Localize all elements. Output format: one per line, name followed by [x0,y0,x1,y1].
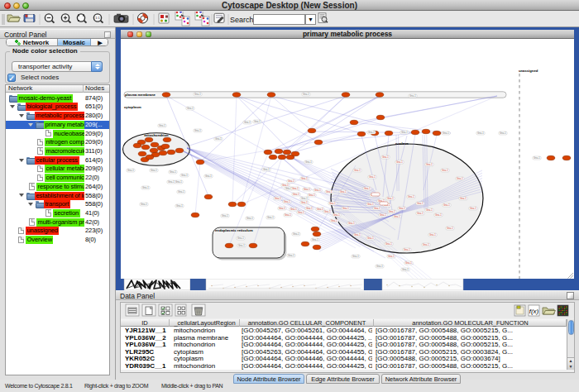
svg-text:Gna-1: Gna-1 [333,213,340,217]
svg-text:f(x): f(x) [529,308,539,315]
svg-text:Gna-1: Gna-1 [151,169,157,172]
svg-text:plasma membrane: plasma membrane [125,93,156,97]
svg-text:mitochondrion: mitochondrion [144,133,169,137]
svg-text:Gna-1: Gna-1 [215,137,222,141]
svg-text:Gna-1: Gna-1 [290,208,297,211]
svg-text:Gna-1: Gna-1 [314,189,321,192]
svg-text:Gna-1: Gna-1 [394,215,400,218]
svg-text:Gna-1: Gna-1 [176,204,183,208]
svg-text:Gna-1: Gna-1 [417,202,423,205]
svg-text:Gna-1: Gna-1 [267,216,274,219]
svg-text:Gna-1: Gna-1 [426,163,433,166]
svg-text:Gna-1: Gna-1 [288,254,294,257]
svg-text:Gna-1: Gna-1 [342,207,349,210]
svg-text:Gna-1: Gna-1 [405,261,412,265]
svg-text:Gna-1: Gna-1 [329,202,336,205]
svg-text:Gna-1: Gna-1 [396,160,403,164]
svg-text:Gna-1: Gna-1 [326,190,333,194]
svg-text:Gna-1: Gna-1 [168,180,175,184]
svg-text:Gna-1: Gna-1 [354,233,361,237]
svg-text:Gna-1: Gna-1 [205,174,212,178]
svg-text:Gna-1: Gna-1 [304,188,310,191]
svg-text:Gna-1: Gna-1 [175,180,182,184]
svg-text:Gna-1: Gna-1 [401,131,408,134]
svg-text:Gna-1: Gna-1 [389,210,395,213]
svg-text:Gna-1: Gna-1 [385,242,392,246]
svg-text:Gna-1: Gna-1 [443,203,450,207]
svg-text:Gna-1: Gna-1 [279,207,285,210]
svg-text:Gna-1: Gna-1 [352,255,359,258]
svg-text:Gna-1: Gna-1 [399,207,405,210]
svg-text:Gna-1: Gna-1 [324,210,331,213]
svg-text:Gna-1: Gna-1 [159,124,165,127]
svg-text:Gna-1: Gna-1 [275,197,281,200]
svg-text:cytoplasm: cytoplasm [124,105,141,109]
svg-text:Gna-1: Gna-1 [500,131,506,135]
svg-text:Gna-1: Gna-1 [282,184,289,187]
svg-text:Gna-1: Gna-1 [470,207,476,210]
svg-text:1:1: 1:1 [95,16,100,20]
svg-text:Gna-1: Gna-1 [447,227,453,230]
svg-text:Gna-1: Gna-1 [237,237,244,240]
svg-text:Gna-1: Gna-1 [301,201,308,204]
svg-text:Gna-1: Gna-1 [457,177,463,180]
svg-text:Gna-1: Gna-1 [238,244,245,247]
svg-text:Gna-1: Gna-1 [170,170,176,174]
svg-text:Gna-1: Gna-1 [142,186,149,189]
svg-text:Gna-1: Gna-1 [409,94,416,98]
svg-text:Gna-1: Gna-1 [369,175,376,179]
svg-text:Gna-1: Gna-1 [285,213,291,217]
svg-text:Gna-1: Gna-1 [288,179,294,183]
svg-text:Gna-1: Gna-1 [429,233,436,237]
svg-text:Gna-1: Gna-1 [284,200,290,203]
svg-text:Gna-1: Gna-1 [442,169,448,172]
svg-text:Gna-1: Gna-1 [367,203,374,206]
svg-text:Gna-1: Gna-1 [317,208,323,211]
svg-text:Gna-1: Gna-1 [348,222,355,225]
svg-text:Gna-1: Gna-1 [178,190,184,194]
svg-text:Gna-1: Gna-1 [181,174,188,177]
svg-text:Gna-1: Gna-1 [309,194,315,197]
svg-text:Gna-1: Gna-1 [382,155,389,159]
svg-text:Gna-1: Gna-1 [194,129,201,132]
svg-text:Gna-1: Gna-1 [293,193,299,196]
svg-text:Gna-1: Gna-1 [417,212,423,215]
svg-text:Gna-1: Gna-1 [263,168,270,171]
svg-text:Gna-1: Gna-1 [306,207,313,210]
svg-text:Gna-1: Gna-1 [141,203,147,206]
svg-text:Gna-1: Gna-1 [364,187,371,190]
svg-text:Gna-1: Gna-1 [477,131,484,135]
svg-text:nucleus: nucleus [395,141,409,146]
svg-text:Gna-1: Gna-1 [368,131,375,134]
svg-text:Gna-1: Gna-1 [303,93,309,96]
svg-text:Gna-1: Gna-1 [244,121,251,124]
svg-text:Gna-1: Gna-1 [331,219,337,222]
svg-text:Gna-1: Gna-1 [388,255,395,258]
svg-text:Gna-1: Gna-1 [374,207,380,210]
svg-text:Gna-1: Gna-1 [312,238,318,241]
svg-text:unassigned: unassigned [519,69,538,73]
svg-text:Gna-1: Gna-1 [246,217,253,220]
svg-text:Gna-1: Gna-1 [443,131,449,135]
svg-text:Gna-1: Gna-1 [380,213,386,217]
svg-text:Gna-1: Gna-1 [301,197,308,200]
svg-text:Gna-1: Gna-1 [305,160,312,164]
svg-text:Gna-1: Gna-1 [387,197,394,200]
svg-text:Gna-1: Gna-1 [534,156,540,160]
svg-text:Gna-1: Gna-1 [404,248,410,251]
svg-text:Gna-1: Gna-1 [426,208,433,212]
svg-text:Gna-1: Gna-1 [254,120,261,123]
svg-text:Gna-1: Gna-1 [187,107,194,110]
svg-text:Gna-1: Gna-1 [293,232,299,236]
svg-text:Gna-1: Gna-1 [222,214,228,218]
svg-text:Gna-1: Gna-1 [460,197,467,200]
svg-text:Gna-1: Gna-1 [298,211,304,214]
svg-text:Gna-1: Gna-1 [408,195,414,198]
svg-text:Gna-1: Gna-1 [292,187,299,190]
svg-text:Gna-1: Gna-1 [354,169,361,172]
svg-text:Gna-1: Gna-1 [127,169,134,172]
svg-text:Gna-1: Gna-1 [301,177,308,180]
svg-text:Gna-1: Gna-1 [423,243,429,246]
svg-text:Gna-1: Gna-1 [435,213,442,217]
svg-text:Gna-1: Gna-1 [194,93,201,96]
